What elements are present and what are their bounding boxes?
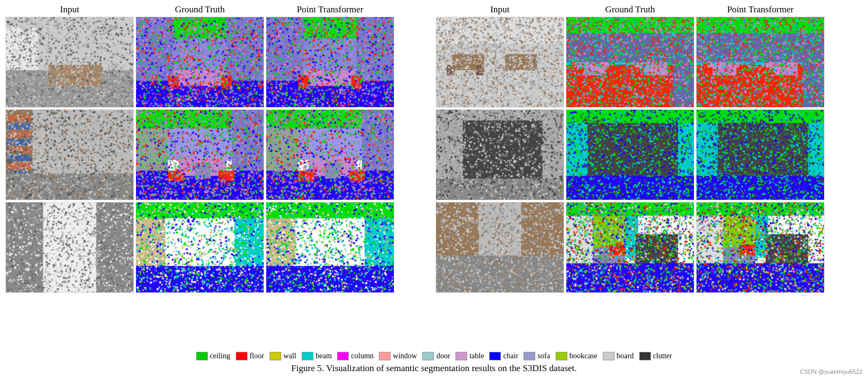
window-label: window [393,352,417,360]
left-header-row: Input Ground Truth Point Transformer [5,4,432,15]
chair-color [489,352,501,360]
left-r2-input [5,109,134,200]
floor-color [236,352,248,360]
columns-area: Input Ground Truth Point Transformer [5,4,863,350]
beam-label: beam [316,352,332,360]
floor-label: floor [250,352,264,360]
window-color [379,352,391,360]
legend-floor: floor [236,352,264,360]
ceiling-color [196,352,208,360]
column-label: column [351,352,373,360]
table-color [455,352,467,360]
right-row-1 [436,17,863,108]
bookcase-label: bookcase [570,352,597,360]
clutter-color [639,352,651,360]
right-row-3 [436,202,863,293]
right-r2-gt [566,109,694,200]
wall-label: wall [283,352,296,360]
table-label: table [469,352,484,360]
right-r2-pt [696,109,825,200]
figure-caption: Figure 5. Visualization of semantic segm… [291,363,577,374]
clutter-label: clutter [653,352,672,360]
legend-sofa: sofa [523,352,550,360]
ceiling-label: ceiling [210,352,230,360]
right-r3-input [436,202,564,293]
left-header-pt: Point Transformer [266,4,394,15]
right-r2-input [436,109,564,200]
board-color [603,352,615,360]
right-row-2 [436,109,863,200]
right-header-gt: Ground Truth [566,4,694,15]
right-header-input: Input [436,4,564,15]
main-container: Input Ground Truth Point Transformer [0,0,868,377]
right-r3-gt [566,202,694,293]
legend-table: table [455,352,484,360]
legend-board: board [603,352,634,360]
legend-bookcase: bookcase [556,352,597,360]
legend-door: door [422,352,450,360]
left-row-1 [5,17,432,108]
chair-label: chair [503,352,518,360]
right-panel: Input Ground Truth Point Transformer [436,4,863,350]
left-r3-gt [136,202,264,293]
left-r1-gt [136,17,264,108]
left-r1-pt [266,17,394,108]
legend-beam: beam [302,352,332,360]
left-panel: Input Ground Truth Point Transformer [5,4,432,350]
door-label: door [436,352,450,360]
right-header-pt: Point Transformer [696,4,825,15]
left-header-gt: Ground Truth [136,4,264,15]
left-r2-gt [136,109,264,200]
legend-row: ceiling floor wall beam column window [196,352,672,360]
left-r3-input [5,202,134,293]
legend-wall: wall [270,352,296,360]
legend-column: column [337,352,373,360]
right-r3-pt [696,202,825,293]
wall-color [270,352,281,360]
door-color [422,352,434,360]
legend-window: window [379,352,417,360]
right-r1-pt [696,17,825,108]
legend-clutter: clutter [639,352,672,360]
left-r1-input [5,17,134,108]
board-label: board [617,352,634,360]
beam-color [302,352,313,360]
right-r1-gt [566,17,694,108]
left-r2-pt [266,109,394,200]
bookcase-color [556,352,567,360]
right-r1-input [436,17,564,108]
legend-area: ceiling floor wall beam column window [5,352,863,374]
watermark: CSDN @yuanmiyu6522 [800,368,863,375]
sofa-label: sofa [537,352,550,360]
left-r3-pt [266,202,394,293]
legend-chair: chair [489,352,518,360]
right-header-row: Input Ground Truth Point Transformer [436,4,863,15]
column-color [337,352,349,360]
left-row-3 [5,202,432,293]
sofa-color [523,352,535,360]
left-header-input: Input [5,4,134,15]
legend-ceiling: ceiling [196,352,230,360]
left-row-2 [5,109,432,200]
